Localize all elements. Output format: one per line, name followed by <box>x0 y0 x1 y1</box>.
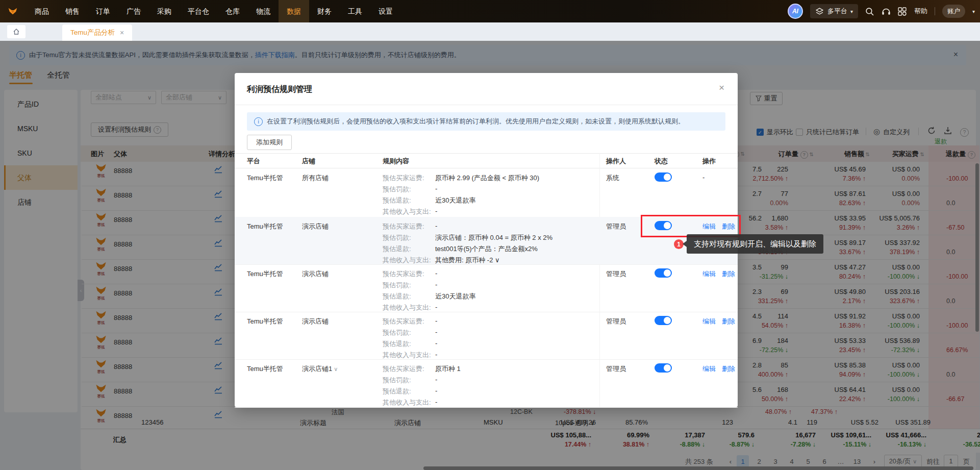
tab-temu-product-analysis[interactable]: Temu产品分析 × <box>62 24 132 41</box>
rule-value: test001等(5)个产品：产品金额x2% <box>435 244 538 254</box>
rule-value: - <box>435 328 437 336</box>
rule-value: - <box>435 317 437 325</box>
modal-alert-text: 在设置了利润预估规则后，会使用预估的收入项和支出项计算结算前的订单利润。优先使用… <box>267 117 685 126</box>
rule-row-divider <box>235 264 738 265</box>
rule-delete-link[interactable]: 删除 <box>722 364 735 374</box>
rule-label: 预估罚款: <box>383 185 411 194</box>
modal-title: 利润预估规则管理 <box>247 84 312 95</box>
rule-operator: 管理员 <box>606 317 626 326</box>
rule-label: 预估罚款: <box>383 281 411 290</box>
rule-delete-link[interactable]: 删除 <box>722 269 735 279</box>
rule-value: - <box>435 387 437 394</box>
rule-operator: 系统 <box>606 174 619 183</box>
nav-item-订单[interactable]: 订单 <box>88 0 118 22</box>
rule-table-column-divider <box>599 153 600 407</box>
modal-info-alert: i 在设置了利润预估规则后，会使用预估的收入项和支出项计算结算前的订单利润。优先… <box>247 112 725 131</box>
rule-header-规则内容: 规则内容 <box>383 157 409 166</box>
rule-header-状态: 状态 <box>655 157 668 166</box>
platform-switcher[interactable]: 多平台 ▾ <box>810 4 858 18</box>
add-rule-label: 添加规则 <box>256 138 283 147</box>
nav-item-销售[interactable]: 销售 <box>57 0 88 22</box>
nav-item-仓库[interactable]: 仓库 <box>217 0 248 22</box>
help-link[interactable]: 帮助 <box>914 7 927 16</box>
rule-value: - <box>435 351 437 358</box>
rule-label: 预估罚款: <box>383 376 411 385</box>
tab-label: Temu产品分析 <box>70 28 115 37</box>
rule-value: - <box>435 281 437 288</box>
nav-item-采购[interactable]: 采购 <box>149 0 180 22</box>
rule-label: 预估退款: <box>383 387 411 396</box>
rule-status-toggle[interactable] <box>655 363 672 373</box>
rule-shop: 演示店铺 <box>302 269 329 279</box>
annotation-tooltip: 支持对现有规则开启、编辑以及删除 <box>687 234 823 254</box>
rule-shop: 演示店铺 <box>302 222 329 231</box>
rule-status-toggle[interactable] <box>655 316 672 325</box>
rule-label: 预估买家运费: <box>383 364 424 374</box>
add-rule-button[interactable]: 添加规则 <box>247 135 292 150</box>
rule-label: 预估买家运费: <box>383 269 424 279</box>
rule-header-操作: 操作 <box>702 157 716 166</box>
account-button[interactable]: 账户 <box>942 5 965 18</box>
top-nav: 商品销售订单广告采购平台仓仓库物流数据财务工具设置 AI 多平台 ▾ 帮助 账户… <box>0 0 980 22</box>
rule-shop: 演示店铺1 ∨ <box>302 364 338 374</box>
rule-value: 原币种 1 <box>435 364 461 374</box>
shop-expand-chevron-icon[interactable]: ∨ <box>332 366 338 372</box>
search-icon[interactable] <box>865 7 874 16</box>
modal-close-icon[interactable]: × <box>719 82 724 93</box>
home-tab-button[interactable] <box>7 25 26 38</box>
modal-divider <box>235 105 738 105</box>
nav-right-cluster: AI 多平台 ▾ 帮助 账户 ▾ <box>788 0 975 22</box>
rule-label: 其他收入与支出: <box>383 398 431 407</box>
rule-value: - <box>435 398 437 406</box>
rule-value: - <box>435 185 437 192</box>
nav-item-数据[interactable]: 数据 <box>279 0 309 22</box>
brand-fox-logo-icon[interactable] <box>8 7 17 16</box>
rule-platform: Temu半托管 <box>247 222 283 231</box>
apps-grid-icon[interactable] <box>898 7 907 16</box>
nav-item-广告[interactable]: 广告 <box>118 0 149 22</box>
rule-value: 近30天退款率 <box>435 292 475 301</box>
nav-item-物流[interactable]: 物流 <box>248 0 279 22</box>
tab-bar: Temu产品分析 × <box>0 22 980 41</box>
nav-item-平台仓[interactable]: 平台仓 <box>180 0 217 22</box>
tab-close-icon[interactable]: × <box>120 29 124 37</box>
rule-status-toggle[interactable] <box>655 268 672 278</box>
rule-shop: 演示店铺 <box>302 317 329 326</box>
rule-edit-link[interactable]: 编辑 <box>702 269 716 279</box>
rule-no-action: - <box>702 174 705 181</box>
rule-row-divider <box>235 359 738 360</box>
rule-row-divider <box>235 312 738 312</box>
chevron-down-icon: ▾ <box>850 9 853 14</box>
rule-label: 其他收入与支出: <box>383 303 431 312</box>
rule-value: - <box>435 303 437 311</box>
rule-platform: Temu半托管 <box>247 364 283 374</box>
rule-platform: Temu半托管 <box>247 317 283 326</box>
nav-item-工具[interactable]: 工具 <box>340 0 370 22</box>
rule-edit-link[interactable]: 编辑 <box>702 364 716 374</box>
rule-label: 预估退款: <box>383 244 411 254</box>
rule-value: 其他费用: 原币种 -2 ∨ <box>435 256 500 265</box>
rule-value: 近30天退款率 <box>435 196 475 205</box>
account-chevron-icon[interactable]: ▾ <box>972 9 975 14</box>
rule-edit-link[interactable]: 编辑 <box>702 317 716 326</box>
rule-label: 预估买家运费: <box>383 317 424 326</box>
rule-label: 预估罚款: <box>383 328 411 337</box>
rule-label: 预估买家运费: <box>383 174 424 183</box>
platform-switcher-label: 多平台 <box>827 7 847 16</box>
rule-status-toggle[interactable] <box>655 172 672 182</box>
nav-item-设置[interactable]: 设置 <box>370 0 401 22</box>
profit-rule-modal: 利润预估规则管理 × i 在设置了利润预估规则后，会使用预估的收入项和支出项计算… <box>235 73 738 407</box>
rule-value: 原币种 2.99 (产品金额 < 原币种 30) <box>435 174 539 183</box>
rule-shop: 所有店铺 <box>302 174 329 183</box>
headset-support-icon[interactable] <box>882 7 891 16</box>
rule-delete-link[interactable]: 删除 <box>722 317 735 326</box>
rule-value: - <box>435 222 437 230</box>
nav-item-商品[interactable]: 商品 <box>27 0 57 22</box>
rule-label: 其他收入与支出: <box>383 351 431 360</box>
rule-row-divider <box>235 407 738 408</box>
rule-header-平台: 平台 <box>247 157 260 166</box>
nav-item-财务[interactable]: 财务 <box>309 0 340 22</box>
rule-value: - <box>435 207 437 215</box>
ai-assistant-button[interactable]: AI <box>788 4 803 19</box>
rule-header-操作人: 操作人 <box>606 157 626 166</box>
